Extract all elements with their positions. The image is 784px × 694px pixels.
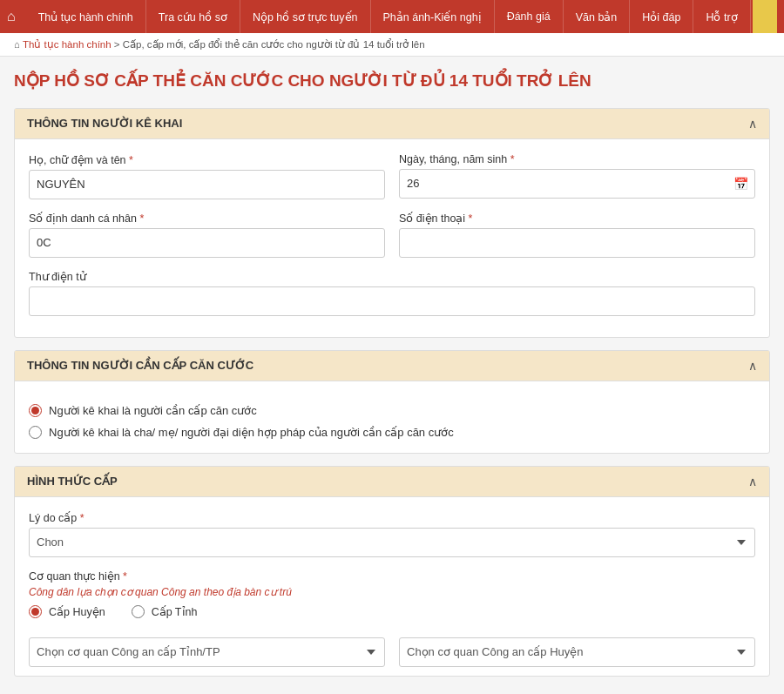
form-row-2: Số định danh cá nhân * Số điện thoại * <box>29 212 755 258</box>
form-group-dropdown-tinh: Chọn cơ quan Công an cấp Tỉnh/TP <box>29 637 385 667</box>
section2-title: THÔNG TIN NGƯỜI CẦN CẤP CĂN CƯỚC <box>27 359 253 372</box>
nav-item-van-ban[interactable]: Văn bản <box>564 0 631 33</box>
breadcrumb-home-link[interactable]: Thủ tục hành chính <box>23 39 112 50</box>
nav-item-ho-tro[interactable]: Hỗ trợ <box>693 0 750 33</box>
nav-home-icon[interactable]: ⌂ <box>7 9 16 24</box>
ngay-sinh-wrapper: 📅 <box>399 169 755 199</box>
form-group-ho-ten: Họ, chữ đệm và tên * <box>29 153 385 199</box>
section3-chevron-icon: ∧ <box>748 475 757 488</box>
form-group-so-dien-thoai: Số điện thoại * <box>399 212 755 258</box>
co-quan-label: Cơ quan thực hiện * <box>29 569 755 583</box>
radio-label-1: Người kê khai là người cần cấp căn cước <box>49 404 257 417</box>
nav-item-phan-anh[interactable]: Phản ánh-Kiến nghị <box>371 0 495 33</box>
page-title: NỘP HỒ SƠ CẤP THẺ CĂN CƯỚC CHO NGƯỜI TỪ … <box>14 71 770 92</box>
nav-item-nop-ho-so[interactable]: Nộp hồ sơ trực tuyến <box>240 0 371 33</box>
dropdowns-row: Chọn cơ quan Công an cấp Tỉnh/TP Chọn cơ… <box>29 637 755 667</box>
radio-option-2[interactable]: Người kê khai là cha/ mẹ/ người đại diện… <box>29 426 755 439</box>
form-group-dropdown-huyen: Chọn cơ quan Công an cấp Huyện <box>399 637 755 667</box>
section-nguoi-can-cap: THÔNG TIN NGƯỜI CẦN CẤP CĂN CƯỚC ∧ Người… <box>14 350 770 454</box>
nav-item-tra-cuu[interactable]: Tra cứu hồ sơ <box>146 0 240 33</box>
form-group-thu-dien-tu: Thư điện tử <box>29 270 755 316</box>
nav-item-thu-tuc[interactable]: Thủ tục hành chính <box>26 0 146 33</box>
breadcrumb: ⌂ Thủ tục hành chính > Cấp, cấp mới, cấp… <box>0 33 784 57</box>
radio-cap-huyen[interactable]: Cấp Huyện <box>29 605 105 618</box>
ly-do-label: Lý do cấp * <box>29 511 755 524</box>
radio-group-nguoi-cap: Người kê khai là người cần cấp căn cước … <box>29 395 755 444</box>
thu-dien-tu-label: Thư điện tử <box>29 270 755 283</box>
nav-item-danh-gia[interactable]: Đánh giá <box>495 0 564 33</box>
dropdown-huyen-select[interactable]: Chọn cơ quan Công an cấp Huyện <box>399 637 755 667</box>
breadcrumb-current: Cấp, cấp mới, cấp đổi thẻ căn cước cho n… <box>123 39 425 50</box>
form-group-so-dinh-danh: Số định danh cá nhân * <box>29 212 385 258</box>
radio-input-1[interactable] <box>29 404 42 417</box>
breadcrumb-home-icon: ⌂ <box>14 39 20 50</box>
section3-header[interactable]: HÌNH THỨC CẤP ∧ <box>15 467 769 497</box>
so-dien-thoai-input[interactable] <box>399 228 755 258</box>
radio-cap-tinh[interactable]: Cấp Tỉnh <box>132 605 198 618</box>
section1-title: THÔNG TIN NGƯỜI KÊ KHAI <box>27 117 182 130</box>
so-dinh-danh-label: Số định danh cá nhân * <box>29 212 385 225</box>
so-dinh-danh-input[interactable] <box>29 228 385 258</box>
form-row-1: Họ, chữ đệm và tên * Ngày, tháng, năm si… <box>29 153 755 199</box>
co-quan-hint: Công dân lựa chọn cơ quan Công an theo đ… <box>29 586 755 598</box>
nav-items: Thủ tục hành chính Tra cứu hồ sơ Nộp hồ … <box>26 0 753 33</box>
radio-cap-huyen-input[interactable] <box>29 605 42 618</box>
so-dien-thoai-label: Số điện thoại * <box>399 212 755 225</box>
ho-ten-input[interactable] <box>29 170 385 199</box>
nav-right-accent <box>753 0 777 33</box>
radio-input-2[interactable] <box>29 426 42 439</box>
cap-radio-group: Cấp Huyện Cấp Tỉnh <box>29 605 755 622</box>
form-group-ly-do: Lý do cấp * Chon <box>29 511 755 557</box>
calendar-icon: 📅 <box>733 177 748 191</box>
section-hinh-thuc-cap: HÌNH THỨC CẤP ∧ Lý do cấp * Chon Cơ quan… <box>14 466 770 677</box>
section1-chevron-icon: ∧ <box>748 117 757 131</box>
ngay-sinh-label: Ngày, tháng, năm sinh * <box>399 153 755 165</box>
checkbox-row: Tôi xin cam đoan những thông tin kê khai… <box>14 689 770 694</box>
section3-body: Lý do cấp * Chon Cơ quan thực hiện * Côn… <box>15 497 769 676</box>
section-nguoi-ke-khai: THÔNG TIN NGƯỜI KÊ KHAI ∧ Họ, chữ đệm và… <box>14 108 770 338</box>
radio-cap-tinh-label: Cấp Tỉnh <box>152 605 198 618</box>
nav-item-hoi-dap[interactable]: Hỏi đáp <box>630 0 693 33</box>
radio-option-1[interactable]: Người kê khai là người cần cấp căn cước <box>29 404 755 417</box>
section3-title: HÌNH THỨC CẤP <box>27 475 118 488</box>
radio-label-2: Người kê khai là cha/ mẹ/ người đại diện… <box>49 426 454 439</box>
breadcrumb-separator: > <box>114 39 123 50</box>
form-group-ngay-sinh: Ngày, tháng, năm sinh * 📅 <box>399 153 755 199</box>
section2-chevron-icon: ∧ <box>748 359 757 373</box>
nav-bar: ⌂ Thủ tục hành chính Tra cứu hồ sơ Nộp h… <box>0 0 784 33</box>
radio-cap-huyen-label: Cấp Huyện <box>49 605 105 618</box>
ngay-sinh-input[interactable] <box>399 169 755 199</box>
radio-cap-tinh-input[interactable] <box>132 605 145 618</box>
page-container: NỘP HỒ SƠ CẤP THẺ CĂN CƯỚC CHO NGƯỜI TỪ … <box>0 57 784 694</box>
form-group-co-quan: Cơ quan thực hiện * Công dân lựa chọn cơ… <box>29 569 755 630</box>
section2-header[interactable]: THÔNG TIN NGƯỜI CẦN CẤP CĂN CƯỚC ∧ <box>15 351 769 381</box>
ly-do-select[interactable]: Chon <box>29 528 755 557</box>
ho-ten-label: Họ, chữ đệm và tên * <box>29 153 385 166</box>
thu-dien-tu-input[interactable] <box>29 286 755 316</box>
form-row-3: Thư điện tử <box>29 270 755 316</box>
section1-header[interactable]: THÔNG TIN NGƯỜI KÊ KHAI ∧ <box>15 109 769 139</box>
dropdown-tinh-select[interactable]: Chọn cơ quan Công an cấp Tỉnh/TP <box>29 637 385 667</box>
section2-body: Người kê khai là người cần cấp căn cước … <box>15 381 769 453</box>
section1-body: Họ, chữ đệm và tên * Ngày, tháng, năm si… <box>15 139 769 337</box>
